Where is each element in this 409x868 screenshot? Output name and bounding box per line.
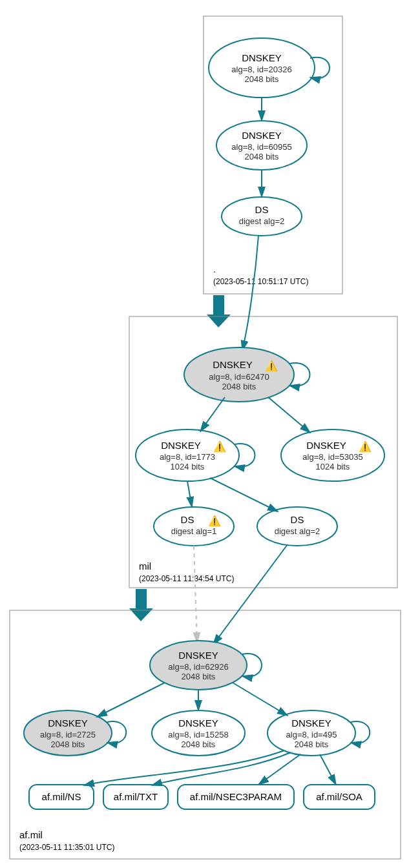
svg-text:2048 bits: 2048 bits <box>245 74 279 84</box>
svg-text:2048 bits: 2048 bits <box>245 152 279 161</box>
svg-text:DNSKEY: DNSKEY <box>242 52 282 63</box>
node-root-zsk: DNSKEY alg=8, id=60955 2048 bits <box>216 121 307 170</box>
node-mil-ksk: DNSKEY ⚠️ alg=8, id=62470 2048 bits <box>184 347 294 402</box>
svg-text:af.mil/NSEC3PARAM: af.mil/NSEC3PARAM <box>190 791 282 802</box>
node-af-k2: DNSKEY alg=8, id=15258 2048 bits <box>152 710 245 756</box>
node-mil-ds1: DS ⚠️ digest alg=1 <box>154 507 234 546</box>
edge-afksk-afk1 <box>97 683 165 717</box>
svg-text:alg=8, id=62926: alg=8, id=62926 <box>168 662 228 672</box>
edge-milksk-milzsk2 <box>268 397 310 433</box>
node-af-k1: DNSKEY alg=8, id=2725 2048 bits <box>24 710 112 756</box>
svg-text:DNSKEY: DNSKEY <box>291 718 331 728</box>
svg-text:2048 bits: 2048 bits <box>182 739 216 749</box>
svg-text:DNSKEY: DNSKEY <box>213 359 253 370</box>
svg-text:DNSKEY: DNSKEY <box>161 440 201 451</box>
svg-text:DS: DS <box>181 514 194 525</box>
svg-text:af.mil/SOA: af.mil/SOA <box>316 791 362 802</box>
zone-afmil-ts: (2023-05-11 11:35:01 UTC) <box>19 843 114 852</box>
zone-root-ts: (2023-05-11 10:51:17 UTC) <box>213 277 308 286</box>
node-mil-zsk2: DNSKEY ⚠️ alg=8, id=53035 1024 bits <box>281 429 384 481</box>
node-root-ds: DS digest alg=2 <box>222 197 302 236</box>
zone-mil-label: mil <box>139 561 151 572</box>
edge-afk3-txt <box>152 752 291 785</box>
edge-milksk-milzsk1 <box>200 397 225 431</box>
edge-afk3-nsec <box>258 754 300 785</box>
delegation-arrow-root-mil <box>207 295 231 327</box>
edge-milzsk1-milds1 <box>187 481 192 507</box>
svg-text:DNSKEY: DNSKEY <box>178 718 218 728</box>
node-af-k3: DNSKEY alg=8, id=495 2048 bits <box>267 710 355 756</box>
svg-text:alg=8, id=1773: alg=8, id=1773 <box>160 452 215 462</box>
svg-text:alg=8, id=2725: alg=8, id=2725 <box>40 730 96 739</box>
svg-text:digest alg=1: digest alg=1 <box>171 526 216 536</box>
svg-text:2048 bits: 2048 bits <box>295 739 329 749</box>
svg-text:DNSKEY: DNSKEY <box>48 718 88 728</box>
edge-milzsk1-milds2 <box>210 478 278 512</box>
edge-rootds-milksk <box>242 236 258 351</box>
svg-text:1024 bits: 1024 bits <box>316 462 350 471</box>
zone-root-label: . <box>213 264 216 274</box>
svg-text:digest alg=2: digest alg=2 <box>275 526 320 536</box>
zone-afmil-label: af.mil <box>19 829 43 840</box>
edge-milds2-afksk <box>213 544 288 645</box>
svg-text:af.mil/NS: af.mil/NS <box>42 791 81 802</box>
svg-text:2048 bits: 2048 bits <box>182 672 216 681</box>
svg-text:af.mil/TXT: af.mil/TXT <box>114 791 158 802</box>
svg-text:2048 bits: 2048 bits <box>51 739 85 749</box>
svg-text:alg=8, id=53035: alg=8, id=53035 <box>302 452 362 462</box>
edge-milds1-afksk-dashed <box>194 546 197 643</box>
svg-text:alg=8, id=15258: alg=8, id=15258 <box>168 730 228 739</box>
svg-text:alg=8, id=495: alg=8, id=495 <box>286 730 337 739</box>
edge-afk3-ns <box>84 750 284 785</box>
svg-text:DNSKEY: DNSKEY <box>242 130 282 141</box>
edge-afksk-afk3 <box>233 683 288 716</box>
edge-afk3-soa <box>320 754 336 785</box>
svg-text:digest alg=2: digest alg=2 <box>239 216 284 226</box>
node-mil-zsk1: DNSKEY ⚠️ alg=8, id=1773 1024 bits <box>136 429 239 481</box>
warning-icon: ⚠️ <box>208 515 221 527</box>
warning-icon: ⚠️ <box>213 440 226 453</box>
warning-icon: ⚠️ <box>265 360 278 372</box>
svg-text:2048 bits: 2048 bits <box>222 382 257 391</box>
node-mil-ds2: DS digest alg=2 <box>257 507 337 546</box>
node-root-ksk: DNSKEY alg=8, id=20326 2048 bits <box>209 38 315 98</box>
svg-text:DNSKEY: DNSKEY <box>306 440 346 451</box>
svg-text:alg=8, id=60955: alg=8, id=60955 <box>231 142 291 152</box>
warning-icon: ⚠️ <box>359 440 372 453</box>
svg-text:DS: DS <box>255 204 269 215</box>
delegation-arrow-mil-afmil <box>129 589 153 621</box>
svg-text:DNSKEY: DNSKEY <box>178 650 218 661</box>
svg-text:alg=8, id=62470: alg=8, id=62470 <box>209 372 269 382</box>
svg-text:alg=8, id=20326: alg=8, id=20326 <box>231 65 291 74</box>
zone-mil-ts: (2023-05-11 11:34:54 UTC) <box>139 574 234 583</box>
svg-text:DS: DS <box>291 514 304 525</box>
svg-text:1024 bits: 1024 bits <box>171 462 205 471</box>
